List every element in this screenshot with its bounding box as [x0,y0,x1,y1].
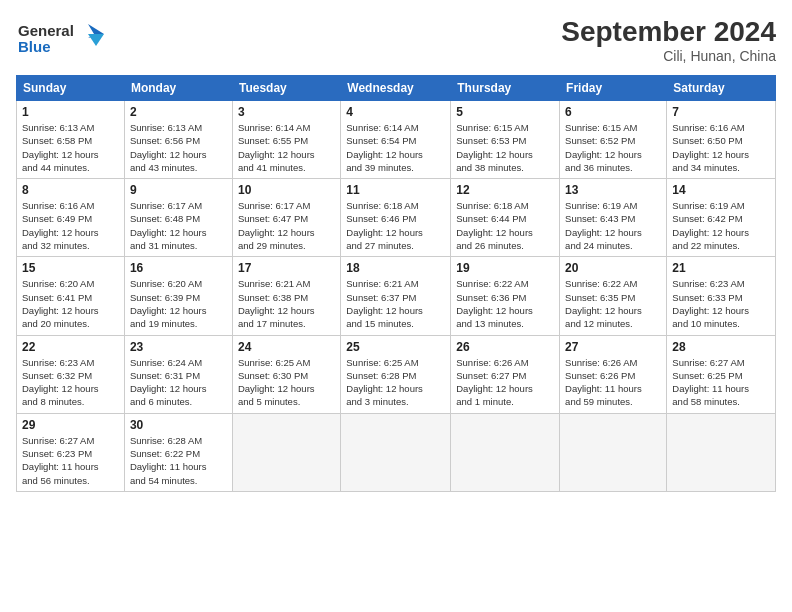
table-row: 28Sunrise: 6:27 AM Sunset: 6:25 PM Dayli… [667,335,776,413]
table-row: 8Sunrise: 6:16 AM Sunset: 6:49 PM Daylig… [17,179,125,257]
day-info: Sunrise: 6:15 AM Sunset: 6:53 PM Dayligh… [456,121,554,174]
table-row: 20Sunrise: 6:22 AM Sunset: 6:35 PM Dayli… [560,257,667,335]
table-row: 5Sunrise: 6:15 AM Sunset: 6:53 PM Daylig… [451,101,560,179]
title-block: September 2024 Cili, Hunan, China [561,16,776,64]
day-info: Sunrise: 6:17 AM Sunset: 6:48 PM Dayligh… [130,199,227,252]
table-row: 23Sunrise: 6:24 AM Sunset: 6:31 PM Dayli… [124,335,232,413]
location-subtitle: Cili, Hunan, China [561,48,776,64]
table-row: 22Sunrise: 6:23 AM Sunset: 6:32 PM Dayli… [17,335,125,413]
calendar-week-row: 15Sunrise: 6:20 AM Sunset: 6:41 PM Dayli… [17,257,776,335]
day-info: Sunrise: 6:19 AM Sunset: 6:43 PM Dayligh… [565,199,661,252]
day-info: Sunrise: 6:18 AM Sunset: 6:44 PM Dayligh… [456,199,554,252]
day-info: Sunrise: 6:26 AM Sunset: 6:26 PM Dayligh… [565,356,661,409]
day-info: Sunrise: 6:22 AM Sunset: 6:36 PM Dayligh… [456,277,554,330]
table-row: 25Sunrise: 6:25 AM Sunset: 6:28 PM Dayli… [341,335,451,413]
day-number: 4 [346,105,445,119]
table-row: 11Sunrise: 6:18 AM Sunset: 6:46 PM Dayli… [341,179,451,257]
day-number: 18 [346,261,445,275]
table-row: 30Sunrise: 6:28 AM Sunset: 6:22 PM Dayli… [124,413,232,491]
day-number: 27 [565,340,661,354]
day-info: Sunrise: 6:18 AM Sunset: 6:46 PM Dayligh… [346,199,445,252]
day-info: Sunrise: 6:13 AM Sunset: 6:58 PM Dayligh… [22,121,119,174]
day-number: 13 [565,183,661,197]
table-row: 21Sunrise: 6:23 AM Sunset: 6:33 PM Dayli… [667,257,776,335]
calendar-header-row: Sunday Monday Tuesday Wednesday Thursday… [17,76,776,101]
table-row: 18Sunrise: 6:21 AM Sunset: 6:37 PM Dayli… [341,257,451,335]
day-number: 17 [238,261,335,275]
day-number: 1 [22,105,119,119]
table-row: 24Sunrise: 6:25 AM Sunset: 6:30 PM Dayli… [232,335,340,413]
day-info: Sunrise: 6:22 AM Sunset: 6:35 PM Dayligh… [565,277,661,330]
calendar-week-row: 8Sunrise: 6:16 AM Sunset: 6:49 PM Daylig… [17,179,776,257]
day-info: Sunrise: 6:23 AM Sunset: 6:33 PM Dayligh… [672,277,770,330]
calendar-week-row: 1Sunrise: 6:13 AM Sunset: 6:58 PM Daylig… [17,101,776,179]
day-number: 2 [130,105,227,119]
day-info: Sunrise: 6:28 AM Sunset: 6:22 PM Dayligh… [130,434,227,487]
day-number: 8 [22,183,119,197]
table-row: 19Sunrise: 6:22 AM Sunset: 6:36 PM Dayli… [451,257,560,335]
table-row: 3Sunrise: 6:14 AM Sunset: 6:55 PM Daylig… [232,101,340,179]
day-number: 12 [456,183,554,197]
table-row [560,413,667,491]
logo-block: General Blue [16,16,106,65]
day-number: 29 [22,418,119,432]
day-number: 22 [22,340,119,354]
day-info: Sunrise: 6:20 AM Sunset: 6:39 PM Dayligh… [130,277,227,330]
table-row: 29Sunrise: 6:27 AM Sunset: 6:23 PM Dayli… [17,413,125,491]
table-row: 1Sunrise: 6:13 AM Sunset: 6:58 PM Daylig… [17,101,125,179]
table-row: 26Sunrise: 6:26 AM Sunset: 6:27 PM Dayli… [451,335,560,413]
table-row: 14Sunrise: 6:19 AM Sunset: 6:42 PM Dayli… [667,179,776,257]
day-info: Sunrise: 6:16 AM Sunset: 6:50 PM Dayligh… [672,121,770,174]
day-number: 6 [565,105,661,119]
day-number: 26 [456,340,554,354]
day-info: Sunrise: 6:14 AM Sunset: 6:54 PM Dayligh… [346,121,445,174]
table-row [341,413,451,491]
day-number: 7 [672,105,770,119]
day-info: Sunrise: 6:20 AM Sunset: 6:41 PM Dayligh… [22,277,119,330]
day-info: Sunrise: 6:27 AM Sunset: 6:23 PM Dayligh… [22,434,119,487]
col-sunday: Sunday [17,76,125,101]
col-saturday: Saturday [667,76,776,101]
table-row: 17Sunrise: 6:21 AM Sunset: 6:38 PM Dayli… [232,257,340,335]
day-number: 30 [130,418,227,432]
day-number: 28 [672,340,770,354]
calendar-table: Sunday Monday Tuesday Wednesday Thursday… [16,75,776,492]
table-row: 27Sunrise: 6:26 AM Sunset: 6:26 PM Dayli… [560,335,667,413]
table-row: 7Sunrise: 6:16 AM Sunset: 6:50 PM Daylig… [667,101,776,179]
logo: General Blue [16,16,106,65]
day-number: 20 [565,261,661,275]
svg-text:Blue: Blue [18,38,51,55]
col-thursday: Thursday [451,76,560,101]
day-number: 10 [238,183,335,197]
svg-text:General: General [18,22,74,39]
day-number: 25 [346,340,445,354]
month-title: September 2024 [561,16,776,48]
day-info: Sunrise: 6:27 AM Sunset: 6:25 PM Dayligh… [672,356,770,409]
day-number: 19 [456,261,554,275]
svg-marker-3 [88,34,104,46]
calendar-week-row: 22Sunrise: 6:23 AM Sunset: 6:32 PM Dayli… [17,335,776,413]
day-info: Sunrise: 6:21 AM Sunset: 6:37 PM Dayligh… [346,277,445,330]
day-number: 14 [672,183,770,197]
header: General Blue September 2024 Cili, Hunan,… [16,16,776,65]
day-number: 21 [672,261,770,275]
day-info: Sunrise: 6:14 AM Sunset: 6:55 PM Dayligh… [238,121,335,174]
day-info: Sunrise: 6:16 AM Sunset: 6:49 PM Dayligh… [22,199,119,252]
col-friday: Friday [560,76,667,101]
table-row [667,413,776,491]
day-number: 11 [346,183,445,197]
col-wednesday: Wednesday [341,76,451,101]
calendar-week-row: 29Sunrise: 6:27 AM Sunset: 6:23 PM Dayli… [17,413,776,491]
day-info: Sunrise: 6:25 AM Sunset: 6:30 PM Dayligh… [238,356,335,409]
logo-svg: General Blue [16,16,106,61]
day-number: 15 [22,261,119,275]
day-info: Sunrise: 6:24 AM Sunset: 6:31 PM Dayligh… [130,356,227,409]
table-row: 10Sunrise: 6:17 AM Sunset: 6:47 PM Dayli… [232,179,340,257]
day-number: 23 [130,340,227,354]
day-info: Sunrise: 6:23 AM Sunset: 6:32 PM Dayligh… [22,356,119,409]
day-info: Sunrise: 6:15 AM Sunset: 6:52 PM Dayligh… [565,121,661,174]
day-info: Sunrise: 6:13 AM Sunset: 6:56 PM Dayligh… [130,121,227,174]
table-row: 4Sunrise: 6:14 AM Sunset: 6:54 PM Daylig… [341,101,451,179]
table-row: 6Sunrise: 6:15 AM Sunset: 6:52 PM Daylig… [560,101,667,179]
table-row: 9Sunrise: 6:17 AM Sunset: 6:48 PM Daylig… [124,179,232,257]
